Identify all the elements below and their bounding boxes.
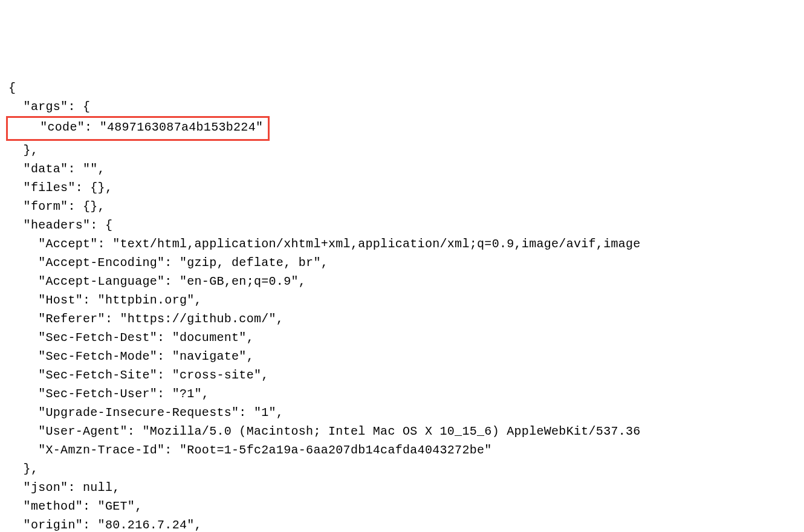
- user-agent-header-line: "User-Agent": "Mozilla/5.0 (Macintosh; I…: [8, 424, 641, 438]
- files-line: "files": {},: [8, 181, 112, 195]
- json-line: "json": null,: [8, 481, 120, 495]
- upgrade-insecure-header-line: "Upgrade-Insecure-Requests": "1",: [8, 406, 284, 420]
- sec-fetch-mode-header-line: "Sec-Fetch-Mode": "navigate",: [8, 349, 254, 363]
- headers-close-line: },: [8, 462, 38, 476]
- json-response-block: { "args": { "code": "4897163087a4b153b22…: [8, 79, 796, 532]
- sec-fetch-dest-header-line: "Sec-Fetch-Dest": "document",: [8, 331, 254, 345]
- origin-line: "origin": "80.216.7.24",: [8, 518, 202, 532]
- code-key: "code":: [10, 120, 100, 134]
- headers-open-line: "headers": {: [8, 218, 112, 232]
- code-value: "4897163087a4b153b224": [100, 120, 264, 134]
- accept-header-line: "Accept": "text/html,application/xhtml+x…: [8, 237, 641, 251]
- code-highlight-box: "code": "4897163087a4b153b224": [6, 116, 270, 141]
- method-line: "method": "GET",: [8, 499, 142, 513]
- sec-fetch-site-header-line: "Sec-Fetch-Site": "cross-site",: [8, 368, 269, 382]
- form-line: "form": {},: [8, 199, 105, 213]
- accept-language-header-line: "Accept-Language": "en-GB,en;q=0.9",: [8, 274, 306, 288]
- referer-header-line: "Referer": "https://github.com/",: [8, 312, 284, 326]
- x-amzn-trace-header-line: "X-Amzn-Trace-Id": "Root=1-5fc2a19a-6aa2…: [8, 443, 492, 457]
- args-key-line: "args": {: [8, 100, 90, 114]
- host-header-line: "Host": "httpbin.org",: [8, 293, 202, 307]
- args-close-line: },: [8, 143, 38, 157]
- accept-encoding-header-line: "Accept-Encoding": "gzip, deflate, br",: [8, 256, 328, 270]
- sec-fetch-user-header-line: "Sec-Fetch-User": "?1",: [8, 387, 209, 401]
- data-line: "data": "",: [8, 162, 105, 176]
- open-brace: {: [8, 81, 16, 95]
